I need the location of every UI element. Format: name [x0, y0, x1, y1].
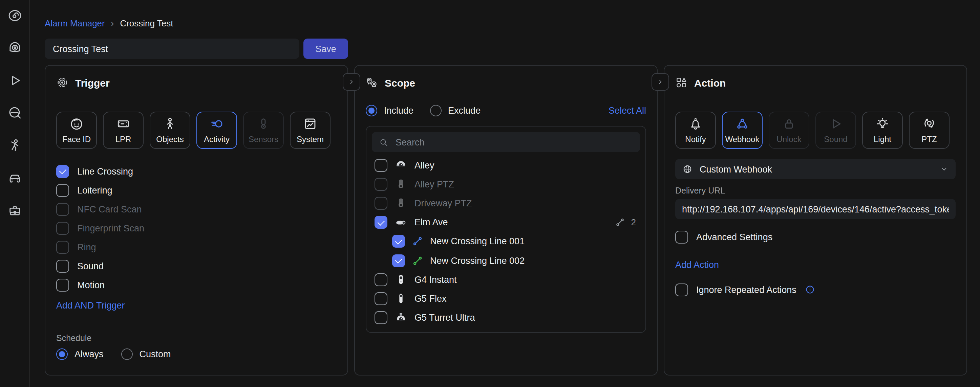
trigger-event-label: NFC Card Scan: [77, 204, 142, 214]
ptz-camera-icon: [394, 178, 408, 191]
schedule-always-option[interactable]: Always: [56, 349, 103, 360]
breadcrumb-current: Crossing Test: [120, 18, 173, 28]
sidebar-item-person[interactable]: [7, 138, 22, 153]
scope-mode-option-label: Exclude: [448, 106, 480, 116]
device-new-crossing-line-001-checkbox[interactable]: [392, 235, 405, 248]
action-type-notify-button[interactable]: Notify: [675, 112, 716, 149]
crossing-line-icon: [615, 217, 625, 227]
select-all-link[interactable]: Select All: [609, 106, 646, 116]
action-type-webhook-button[interactable]: Webhook: [722, 112, 763, 149]
crossing-line-icon: [412, 255, 423, 266]
schedule-options: AlwaysCustom: [56, 349, 337, 360]
trigger-type-activity-button[interactable]: Activity: [196, 112, 237, 149]
scope-mode-include-radio[interactable]: [366, 105, 377, 116]
collapse-scope-panel-button[interactable]: [652, 73, 669, 90]
save-button[interactable]: Save: [304, 38, 348, 59]
trigger-event-motion-row[interactable]: Motion: [56, 275, 337, 294]
action-type-label: Sound: [824, 135, 847, 144]
schedule-always-radio[interactable]: [56, 349, 68, 360]
trigger-type-objects-button[interactable]: Objects: [150, 112, 190, 149]
trigger-event-nfc-card-scan-checkbox: [56, 203, 69, 216]
sidebar-item-protect-logo[interactable]: [7, 8, 22, 23]
trigger-event-sound-checkbox[interactable]: [56, 260, 69, 272]
ignore-repeated-actions-checkbox[interactable]: [675, 283, 688, 296]
trigger-event-label: Loitering: [77, 185, 113, 195]
trigger-event-sound-row[interactable]: Sound: [56, 257, 337, 275]
advanced-settings-row[interactable]: Advanced Settings: [675, 227, 956, 246]
sensors-icon: [256, 116, 271, 131]
lock-icon: [781, 116, 797, 131]
scope-panel-header: Scope: [366, 76, 646, 89]
add-and-trigger-link[interactable]: Add AND Trigger: [56, 300, 125, 311]
scope-mode-exclude-option[interactable]: Exclude: [430, 105, 480, 116]
webhook-select-value: Custom Webhook: [700, 164, 772, 174]
action-type-label: Webhook: [725, 135, 760, 144]
trigger-type-face-id-button[interactable]: Face ID: [56, 112, 97, 149]
bell-icon: [688, 116, 703, 131]
collapse-trigger-panel-button[interactable]: [343, 73, 360, 90]
device-label: Alley PTZ: [415, 179, 454, 189]
person-icon: [7, 138, 22, 153]
trigger-type-lpr-button[interactable]: LPR: [103, 112, 143, 149]
bullet-camera-icon: [394, 216, 408, 229]
advanced-settings-checkbox[interactable]: [675, 230, 688, 243]
schedule-custom-radio[interactable]: [121, 349, 133, 360]
delivery-url-input[interactable]: [675, 199, 956, 219]
device-row-elm-ave[interactable]: Elm Ave2: [372, 213, 640, 232]
sidebar-item-detections[interactable]: [7, 106, 22, 121]
activity-icon: [209, 116, 224, 131]
device-row-new-crossing-line-002[interactable]: New Crossing Line 002: [372, 251, 640, 270]
trigger-type-system-button[interactable]: System: [290, 112, 331, 149]
add-action-link[interactable]: Add Action: [675, 260, 719, 270]
webhook-select[interactable]: Custom Webhook: [675, 159, 956, 179]
device-alley-checkbox[interactable]: [374, 159, 387, 171]
flex-camera-icon: [394, 292, 408, 306]
sidebar-item-toolbox[interactable]: [7, 203, 22, 218]
action-type-ptz-button[interactable]: PTZ: [909, 112, 950, 149]
chevron-right-icon: ›: [111, 18, 114, 28]
alarm-name-row: Save: [45, 38, 980, 59]
ignore-repeated-actions-row[interactable]: Ignore Repeated Actions: [675, 280, 956, 299]
device-row-alley-ptz: Alley PTZ: [372, 174, 640, 194]
schedule-custom-option[interactable]: Custom: [121, 349, 171, 360]
trigger-event-label: Ring: [77, 242, 96, 252]
device-new-crossing-line-002-checkbox[interactable]: [392, 254, 405, 267]
app-root: Alarm Manager › Crossing Test Save Trigg…: [0, 0, 980, 387]
device-elm-ave-checkbox[interactable]: [374, 216, 387, 229]
trigger-event-line-crossing-row[interactable]: Line Crossing: [56, 162, 337, 181]
sidebar-item-vehicle[interactable]: [7, 170, 22, 186]
globe-icon: [682, 164, 693, 174]
trigger-event-line-crossing-checkbox[interactable]: [56, 165, 69, 178]
scope-mode-exclude-radio[interactable]: [430, 105, 441, 116]
device-row-alley[interactable]: Alley: [372, 155, 640, 174]
breadcrumb-alarm-manager[interactable]: Alarm Manager: [45, 18, 105, 28]
device-row-new-crossing-line-001[interactable]: New Crossing Line 001: [372, 232, 640, 251]
scope-mode-include-option[interactable]: Include: [366, 105, 414, 116]
trigger-event-loitering-row[interactable]: Loitering: [56, 181, 337, 200]
trigger-event-label: Sound: [77, 261, 103, 271]
ptz-camera-icon: [394, 197, 408, 210]
search-icon: [379, 137, 389, 147]
action-type-light-button[interactable]: Light: [862, 112, 903, 149]
crossing-line-count: 2: [631, 217, 636, 227]
device-row-g4-instant[interactable]: G4 Instant: [372, 270, 640, 289]
device-row-g5-flex[interactable]: G5 Flex: [372, 289, 640, 308]
sidebar-item-camera[interactable]: [7, 41, 22, 56]
trigger-event-motion-checkbox[interactable]: [56, 278, 69, 291]
device-row-g5-turret-ultra[interactable]: G5 Turret Ultra: [372, 308, 640, 327]
device-g4-instant-checkbox[interactable]: [374, 273, 387, 286]
sidebar-item-play[interactable]: [7, 73, 22, 88]
trigger-event-list: Line CrossingLoiteringNFC Card ScanFinge…: [56, 162, 337, 294]
action-type-unlock-button: Unlock: [769, 112, 809, 149]
info-icon[interactable]: [805, 284, 815, 295]
alarm-name-input[interactable]: [45, 38, 299, 59]
trigger-type-sensors-button: Sensors: [243, 112, 284, 149]
chevron-down-icon: [939, 164, 949, 174]
device-g5-flex-checkbox[interactable]: [374, 292, 387, 305]
trigger-panel-header: Trigger: [56, 76, 337, 89]
device-search-input[interactable]: [394, 136, 633, 148]
trigger-event-loitering-checkbox[interactable]: [56, 184, 69, 197]
turret-camera-icon: [394, 311, 408, 324]
action-type-row: NotifyWebhookUnlockSoundLightPTZ: [675, 112, 956, 149]
device-g5-turret-ultra-checkbox[interactable]: [374, 311, 387, 324]
